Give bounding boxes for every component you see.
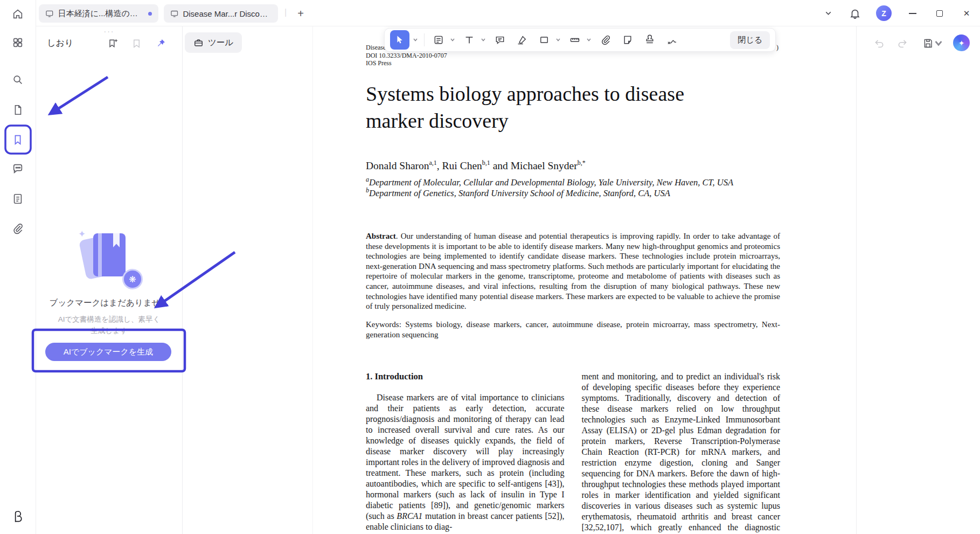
save-chevron-icon[interactable] xyxy=(934,35,943,51)
shape-tool-icon[interactable] xyxy=(536,32,552,48)
signature-icon[interactable] xyxy=(664,32,680,48)
select-tool-icon[interactable] xyxy=(390,30,409,50)
header-fragment: ) xyxy=(776,44,779,52)
tab-separator: | xyxy=(284,8,287,17)
paper-keywords: Keywords: Systems biology, disease marke… xyxy=(366,320,780,340)
doi-line: DOI 10.3233/DMA-2010-0707 xyxy=(366,52,780,60)
title-bar: 日本経済に...構造の変化 Disease Mar...r Discovery … xyxy=(36,0,980,26)
text-tool-chevron-icon[interactable] xyxy=(480,32,486,48)
sparkle-icon: ✦ xyxy=(78,228,86,240)
paper-title: Systems biology approaches to diseasemar… xyxy=(366,80,780,134)
bookmark-outline-icon[interactable] xyxy=(129,36,143,50)
left-icon-rail xyxy=(0,0,36,534)
body-paragraph: ment and monitoring, and to predict an i… xyxy=(582,371,781,534)
toolbar-divider xyxy=(424,33,425,46)
sticker-icon[interactable] xyxy=(620,32,636,48)
pdf-viewer[interactable]: Disease Mar DOI 10.3233/DMA-2010-0707 IO… xyxy=(312,26,856,534)
unsaved-dot xyxy=(148,12,152,16)
file-text-icon[interactable] xyxy=(6,188,29,210)
paper-authors: Donald Sharona,1, Rui Chenb,1 and Michae… xyxy=(366,159,780,172)
shape-tool-chevron-icon[interactable] xyxy=(555,32,561,48)
ai-assistant-icon[interactable]: ✦ xyxy=(953,34,970,51)
affiliation-b: bDepartment of Genetics, Stanford Univer… xyxy=(366,186,780,199)
body-column-left: 1. Introduction Disease markers are of v… xyxy=(366,371,565,534)
measure-tool-icon[interactable] xyxy=(567,32,583,48)
tab-document-1[interactable]: 日本経済に...構造の変化 xyxy=(39,4,158,23)
panel-title: しおり xyxy=(47,38,73,49)
comment-tool-icon[interactable] xyxy=(492,32,508,48)
attachments-icon[interactable] xyxy=(6,217,29,240)
brand-logo-icon xyxy=(8,507,27,526)
bell-icon[interactable] xyxy=(849,8,861,19)
tools-column: ツール xyxy=(183,26,312,534)
bookmarks-empty-illustration: ✦ ❋ xyxy=(77,231,142,287)
chevron-down-icon[interactable] xyxy=(822,8,834,19)
undo-icon[interactable] xyxy=(871,35,887,51)
titlebar-right-controls: Z ✕ xyxy=(822,0,972,26)
close-window-button[interactable]: ✕ xyxy=(961,8,972,19)
empty-state-subtitle-line1: AIで文書構造を認識し、素早く xyxy=(36,315,182,324)
generate-bookmarks-ai-button[interactable]: AIでブックマークを生成 xyxy=(45,343,171,361)
body-column-right: ment and monitoring, and to predict an i… xyxy=(582,371,781,534)
attach-file-icon[interactable] xyxy=(597,32,614,48)
maximize-button[interactable] xyxy=(934,8,946,19)
apps-grid-icon[interactable] xyxy=(6,31,29,54)
new-tab-button[interactable]: + xyxy=(294,6,308,20)
two-column-body: 1. Introduction Disease markers are of v… xyxy=(366,371,780,534)
bookmarks-panel: ··· しおり ✦ ❋ ブックマークはまだありません AIで文書構造を認識し、素… xyxy=(36,26,183,534)
tools-button[interactable]: ツール xyxy=(185,32,242,53)
tab-page-icon xyxy=(170,9,178,18)
app-window: 日本経済に...構造の変化 Disease Mar...r Discovery … xyxy=(0,0,980,534)
tab-label: Disease Mar...r Discovery xyxy=(183,9,272,18)
minimize-button[interactable] xyxy=(907,8,919,19)
page-layout-icon[interactable] xyxy=(430,32,447,48)
add-bookmark-icon[interactable] xyxy=(106,36,120,50)
page-thumbnails-icon[interactable] xyxy=(6,99,29,121)
toolbox-icon xyxy=(193,38,204,48)
tab-page-icon xyxy=(45,9,54,18)
pin-icon[interactable] xyxy=(154,36,168,50)
select-tool-chevron-icon[interactable] xyxy=(412,32,418,48)
tab-document-2[interactable]: Disease Mar...r Discovery xyxy=(164,4,278,23)
stamp-icon[interactable] xyxy=(642,32,658,48)
panel-drag-handle[interactable]: ··· xyxy=(36,27,182,35)
paper-abstract: Abstract. Our understanding of human dis… xyxy=(366,231,780,311)
user-avatar[interactable]: Z xyxy=(876,5,892,21)
annotation-toolbar: 閉じる xyxy=(384,28,776,52)
close-toolbar-button[interactable]: 閉じる xyxy=(730,31,770,49)
home-icon[interactable] xyxy=(6,3,29,25)
measure-tool-chevron-icon[interactable] xyxy=(586,32,592,48)
right-panel: ✦ xyxy=(856,26,980,534)
publisher-line: IOS Press xyxy=(366,59,780,67)
ribbon-bookmark-shape xyxy=(113,233,120,247)
empty-state-title: ブックマークはまだありません xyxy=(36,297,182,309)
search-icon[interactable] xyxy=(6,68,29,91)
page-layout-chevron-icon[interactable] xyxy=(449,32,455,48)
tools-button-label: ツール xyxy=(208,37,233,48)
comments-icon[interactable] xyxy=(6,157,29,180)
empty-state-subtitle-line2: 生成します xyxy=(36,326,182,336)
text-tool-icon[interactable] xyxy=(461,32,477,48)
section-heading: 1. Introduction xyxy=(366,371,565,382)
ai-badge-icon: ❋ xyxy=(122,269,143,289)
highlighter-icon[interactable] xyxy=(514,32,530,48)
tab-label: 日本経済に...構造の変化 xyxy=(58,9,144,19)
body-paragraph: Disease markers are of vital importance … xyxy=(366,392,565,532)
redo-icon[interactable] xyxy=(894,35,910,51)
bookmarks-icon[interactable] xyxy=(6,128,29,151)
